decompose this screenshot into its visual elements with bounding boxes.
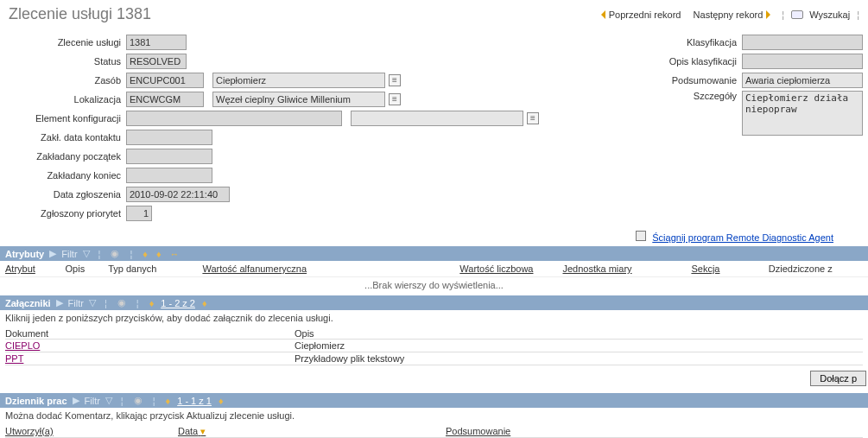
prev-record-icon[interactable] (597, 10, 605, 19)
details-label: Szczegóły (647, 91, 742, 101)
zalaczniki-helptext: Kliknij jeden z poniższych przycisków, a… (0, 310, 868, 326)
atrybuty-filter-label[interactable]: Filtr (61, 249, 77, 259)
zal-opis: Ciepłomierz (295, 340, 345, 351)
zal-row: PPT Przykładowy plik tekstowy (0, 352, 868, 365)
col-sekcja[interactable]: Sekcja (691, 263, 768, 274)
sr-input[interactable] (126, 35, 187, 50)
dziennik-filter-label[interactable]: Filtr (85, 396, 100, 406)
dz-first-icon[interactable]: ◉ (132, 395, 144, 406)
dziennik-title: Dziennik prac (5, 396, 67, 406)
first-page-icon[interactable]: ◉ (109, 248, 121, 259)
ci-desc-input[interactable] (351, 111, 523, 126)
zal-doc-header[interactable]: Dokument (5, 328, 295, 339)
col-num[interactable]: Wartość liczbowa (459, 263, 562, 274)
dziennik-section-bar: Dziennik prac ▶ Filtr ▽ ¦ ◉ ¦ ♦ 1 - 1 z … (0, 393, 868, 408)
planned-end-label: Zakładany koniec (5, 170, 126, 181)
filter-toggle-icon[interactable]: ▶ (49, 248, 56, 259)
col-typ[interactable]: Typ danych (108, 263, 202, 274)
search-icon[interactable] (791, 10, 803, 19)
rdas-link[interactable]: Ściągnij program Remote Diagnostic Agent (652, 232, 833, 243)
ci-input[interactable] (126, 111, 342, 126)
zal-prev-icon[interactable]: ♦ (148, 298, 156, 308)
asset-detail-icon[interactable]: ≡ (389, 74, 401, 86)
class-desc-label: Opis klasyfikacji (647, 56, 742, 67)
next-record-icon[interactable] (766, 10, 775, 19)
asset-desc-input[interactable] (212, 73, 385, 88)
zal-opis: Przykładowy plik tekstowy (295, 353, 404, 364)
col-inherit[interactable]: Dziedziczone z (769, 263, 863, 274)
prev-page-icon[interactable]: ♦ (141, 249, 149, 259)
zal-next-icon[interactable]: ♦ (200, 298, 209, 308)
col-opis[interactable]: Opis (66, 263, 109, 274)
planned-start-label: Zakładany początek (5, 151, 126, 162)
dz-prev-icon[interactable]: ♦ (164, 396, 173, 406)
contact-date-label: Zakł. data kontaktu (5, 132, 126, 143)
planned-start-input[interactable] (126, 149, 212, 164)
filter-icon[interactable]: ▽ (83, 248, 90, 259)
reported-date-input[interactable] (126, 187, 230, 202)
prev-record-link[interactable]: Poprzedni rekord (609, 10, 681, 20)
zal-filter-toggle-icon[interactable]: ▶ (56, 297, 63, 308)
dz-col-by[interactable]: Utworzył(a) (5, 426, 178, 437)
zal-doc-link[interactable]: CIEPLO (5, 340, 40, 351)
asset-input[interactable] (126, 73, 204, 88)
sort-desc-icon: ▾ (200, 426, 206, 436)
zalaczniki-section-bar: Załączniki ▶ Filtr ▽ ¦ ◉ ¦ ♦ 1 - 2 z 2 ♦ (0, 295, 868, 310)
col-uom[interactable]: Jednostka miary (562, 263, 691, 274)
atrybuty-title: Atrybuty (5, 249, 44, 259)
dziennik-helptext: Można dodać Komentarz, klikając przycisk… (0, 408, 868, 423)
dz-col-sum[interactable]: Podsumowanie (446, 426, 510, 437)
zal-row: CIEPLO Ciepłomierz (0, 340, 868, 352)
asset-label: Zasób (5, 75, 126, 86)
dz-col-date[interactable]: Data ▾ (178, 426, 446, 437)
dz-filter-toggle-icon[interactable]: ▶ (73, 395, 79, 406)
priority-label: Zgłoszony priorytet (5, 208, 126, 219)
zalaczniki-filter-label[interactable]: Filtr (68, 298, 84, 308)
details-input[interactable] (742, 91, 863, 136)
location-desc-input[interactable] (212, 92, 385, 107)
atrybuty-section-bar: Atrybuty ▶ Filtr ▽ ¦ ◉ ¦ ♦ ♦ ↔ (0, 246, 868, 261)
col-alpha[interactable]: Wartość alfanumeryczna (202, 263, 459, 274)
zalaczniki-pager[interactable]: 1 - 2 z 2 (161, 298, 195, 308)
ci-detail-icon[interactable]: ≡ (527, 112, 539, 124)
atrybuty-norows: ...Brak wierszy do wyświetlenia... (0, 277, 868, 295)
zal-opis-header[interactable]: Opis (295, 328, 314, 339)
status-label: Status (5, 56, 126, 67)
last-page-icon[interactable]: ↔ (168, 249, 181, 259)
next-page-icon[interactable]: ♦ (155, 249, 163, 259)
attach-button[interactable]: Dołącz p (810, 371, 866, 386)
search-link[interactable]: Wyszukaj (809, 10, 850, 20)
summary-input[interactable] (742, 73, 863, 88)
dz-next-icon[interactable]: ♦ (217, 396, 225, 406)
location-label: Lokalizacja (5, 94, 126, 105)
separator: ¦ (782, 10, 784, 20)
separator-2: ¦ (857, 10, 859, 20)
dz-filter-icon[interactable]: ▽ (105, 395, 112, 406)
sr-label: Zlecenie usługi (5, 37, 126, 48)
col-atrybut[interactable]: Atrybut (5, 263, 66, 274)
zal-filter-icon[interactable]: ▽ (89, 297, 96, 308)
summary-label: Podsumowanie (647, 75, 742, 86)
location-input[interactable] (126, 92, 204, 107)
classification-label: Klasyfikacja (647, 37, 742, 48)
location-detail-icon[interactable]: ≡ (389, 93, 401, 105)
class-desc-input[interactable] (742, 54, 863, 69)
priority-input[interactable] (126, 206, 152, 221)
classification-input[interactable] (742, 35, 863, 50)
status-input[interactable] (126, 54, 187, 69)
contact-date-input[interactable] (126, 130, 212, 145)
dziennik-pager[interactable]: 1 - 1 z 1 (177, 396, 212, 406)
next-record-link[interactable]: Następny rekord (694, 10, 763, 20)
page-title: Zlecenie usługi 1381 (9, 5, 151, 23)
ci-label: Element konfiguracji (5, 113, 126, 124)
reported-date-label: Data zgłoszenia (5, 189, 126, 200)
zal-first-icon[interactable]: ◉ (116, 297, 128, 308)
zalaczniki-title: Załączniki (5, 298, 51, 308)
planned-end-input[interactable] (126, 168, 212, 183)
rdas-icon (636, 231, 646, 241)
zal-doc-link[interactable]: PPT (5, 353, 23, 364)
